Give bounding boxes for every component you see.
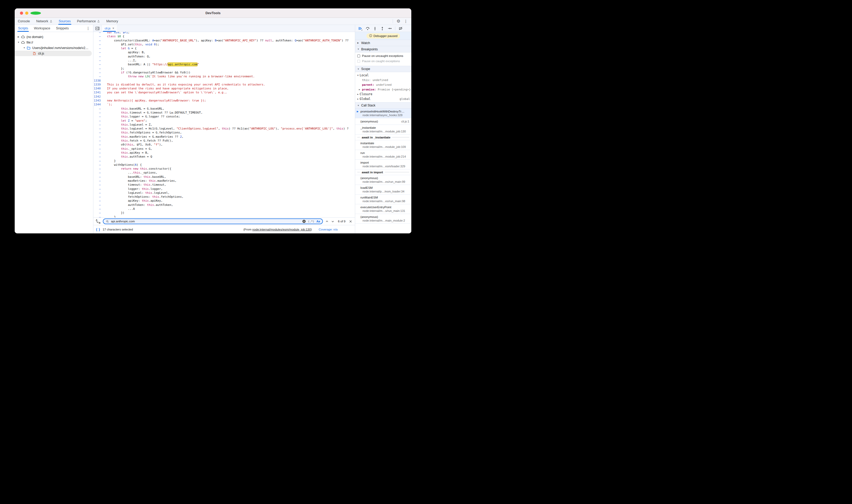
line-gutter[interactable]: – — [93, 179, 104, 183]
line-gutter[interactable]: – — [93, 203, 104, 207]
scope-group-local[interactable]: ▼Local — [355, 73, 411, 78]
checkbox[interactable] — [357, 55, 360, 57]
scope-variable-this[interactable]: this:undefined — [355, 78, 411, 82]
tree-item-cli-js[interactable]: cli.js — [15, 51, 92, 56]
line-gutter[interactable]: – — [93, 111, 104, 114]
section-scope[interactable]: ▼ Scope — [355, 66, 411, 72]
line-gutter[interactable]: 1342 — [93, 95, 104, 98]
line-gutter[interactable]: – — [93, 114, 104, 119]
step-icon[interactable] — [388, 26, 392, 31]
call-stack-frame[interactable]: runMainESMnode:internal/m…es/run_main:98 — [355, 195, 411, 204]
code-line-text[interactable]: ...A — [104, 207, 135, 211]
code-line-text[interactable]: ...this._options, — [104, 171, 157, 175]
code-line-text[interactable]: return new this.constructor({ — [104, 167, 171, 171]
tree-item-users-jinhuilee-nvm-versions-node-v2-[interactable]: ▼Users/jinhuilee/.nvm/versions/node/v2… — [15, 45, 93, 51]
code-line-text[interactable]: }) — [104, 211, 124, 215]
navigator-tab-workspace[interactable]: Workspace — [31, 25, 53, 32]
line-gutter[interactable]: – — [93, 58, 104, 62]
line-gutter[interactable]: – — [93, 159, 104, 163]
scope-variable-promise[interactable]: ▶promise:Promise {<pending>} — [355, 87, 411, 92]
code-line-text[interactable]: maxRetries: this.maxRetries, — [104, 179, 177, 183]
code-line-text[interactable] — [104, 79, 107, 83]
code-line-text[interactable]: this.timeout = G.timeout ?? Lw.DEFAULT_T… — [104, 111, 202, 114]
code-line-text[interactable]: this._options = G, — [104, 147, 152, 151]
navigator-tab-scripts[interactable]: Scripts — [15, 25, 31, 32]
scope-variable-parent[interactable]: parent:undefined — [355, 82, 411, 87]
code-line-text[interactable]: $F1.set(this, void 0); — [104, 42, 159, 47]
code-line-text[interactable]: constructor({baseURL: A=ao("ANTHROPIC_BA… — [104, 39, 349, 42]
settings-gear-icon[interactable]: ⚙ — [397, 19, 400, 23]
tree-item-file-[interactable]: ▼file:// — [15, 40, 93, 45]
code-line-text[interactable]: if (!G.dangerouslyAllowBrowser && Ys0()) — [104, 71, 191, 74]
source-mapping-link[interactable]: node:internal/modules/esm/module_job:130 — [252, 228, 311, 231]
call-stack-frame[interactable]: instantiatenode:internal/m…module_job:10… — [355, 140, 411, 150]
scope-group-global[interactable]: ▶Globalglobal — [355, 96, 411, 101]
search-input[interactable]: api.anthropic.com (.*) Aa — [103, 218, 323, 224]
pretty-print-icon[interactable]: { } — [96, 228, 100, 231]
line-gutter[interactable]: – — [93, 39, 104, 42]
code-line-text[interactable]: If you understand the risks and have app… — [104, 87, 229, 90]
line-gutter[interactable]: 1339 — [93, 83, 104, 87]
code-line-text[interactable]: new Anthropic({ apiKey, dangerouslyAllow… — [104, 98, 206, 103]
line-gutter[interactable]: – — [93, 163, 104, 167]
regex-toggle[interactable]: (.*) — [308, 220, 314, 223]
code-line-text[interactable]: this.apiKey = B, — [104, 151, 149, 155]
scope-group-closure[interactable]: ▶Closure — [355, 92, 411, 96]
line-gutter[interactable]: – — [93, 107, 104, 111]
line-gutter[interactable]: – — [93, 74, 104, 78]
code-line-text[interactable]: this.logger = G.logger ?? console; — [104, 114, 180, 119]
line-gutter[interactable]: – — [93, 167, 104, 171]
code-line-text[interactable]: ...I, — [104, 58, 137, 62]
expander-icon[interactable]: ▼ — [17, 41, 20, 43]
replace-toggle-icon[interactable]: A B — [95, 219, 101, 224]
code-line-text[interactable]: fetchOptions: this.fetchOptions, — [104, 195, 183, 199]
section-watch[interactable]: ▶ Watch — [355, 40, 411, 46]
toggle-navigator-panel-icon[interactable] — [93, 25, 102, 32]
line-gutter[interactable]: – — [93, 139, 104, 143]
expander-icon[interactable]: ▼ — [22, 47, 26, 49]
step-into-icon[interactable] — [373, 26, 377, 31]
step-out-icon[interactable] — [380, 26, 384, 31]
line-gutter[interactable]: – — [93, 207, 104, 211]
navigator-more-icon[interactable]: ⋮ — [86, 25, 93, 32]
line-gutter[interactable]: – — [93, 34, 104, 38]
call-stack-frame[interactable]: importnode:internal/m…esm/loader:329 — [355, 160, 411, 169]
line-gutter[interactable]: – — [93, 119, 104, 123]
code-line-text[interactable]: baseURL: A || "https://api.anthropic.com… — [104, 62, 199, 66]
match-case-toggle[interactable]: Aa — [316, 220, 320, 223]
code-line-text[interactable]: logLevel: this.logLevel, — [104, 191, 170, 195]
code-line-text[interactable]: class $8 { — [104, 34, 124, 38]
code-line-text[interactable]: this.logLevel = Z, — [104, 123, 152, 127]
line-gutter[interactable]: 1340 — [93, 87, 104, 90]
line-gutter[interactable]: – — [93, 187, 104, 191]
code-line-text[interactable]: this.baseURL = G.baseURL, — [104, 107, 164, 111]
call-stack-frame[interactable]: _instantiatenode:internal/m…module_job:1… — [355, 125, 411, 134]
chevron-down-icon[interactable] — [331, 220, 335, 223]
line-gutter[interactable]: – — [93, 195, 104, 199]
line-gutter[interactable]: 1344 — [93, 103, 104, 106]
call-stack-frame[interactable]: runnode:internal/m…module_job:214 — [355, 150, 411, 160]
line-gutter[interactable]: – — [93, 143, 104, 147]
line-gutter[interactable]: – — [93, 32, 104, 34]
line-gutter[interactable]: – — [93, 175, 104, 179]
code-line-text[interactable]: }; — [104, 67, 124, 71]
code-line-text[interactable]: this.maxRetries = G.maxRetries ?? 2, — [104, 135, 183, 139]
section-call-stack[interactable]: ▼ Call Stack — [355, 102, 411, 109]
line-gutter[interactable]: – — [93, 55, 104, 58]
expander-icon[interactable]: ▶ — [17, 36, 20, 38]
line-gutter[interactable]: – — [93, 131, 104, 134]
section-breakpoints[interactable]: ▼ Breakpoints — [355, 46, 411, 52]
line-gutter[interactable]: – — [93, 47, 104, 50]
call-stack-frame[interactable]: (anonymous)node:internal/m…main_module:2 — [355, 214, 411, 224]
line-gutter[interactable]: – — [93, 191, 104, 195]
code-line-text[interactable]: authToken: this.authToken, — [104, 203, 173, 207]
code-line-text[interactable]: this.logLevel = Hc1(G.logLevel, "ClientO… — [104, 127, 349, 131]
code-line-text[interactable]: timeout: this.timeout, — [104, 183, 166, 187]
code-line-text[interactable]: authToken: Q, — [104, 55, 150, 58]
code-line-text[interactable]: this.fetchOptions = G.fetchOptions, — [104, 131, 182, 134]
call-stack-frame[interactable]: ▶promiseInitHookWithDestroyTr…node:inter… — [355, 109, 411, 118]
line-gutter[interactable]: 1343 — [93, 98, 104, 103]
clear-circle-icon[interactable] — [302, 219, 306, 223]
code-line-text[interactable]: apiKey: B, — [104, 50, 145, 54]
line-gutter[interactable]: – — [93, 215, 104, 217]
